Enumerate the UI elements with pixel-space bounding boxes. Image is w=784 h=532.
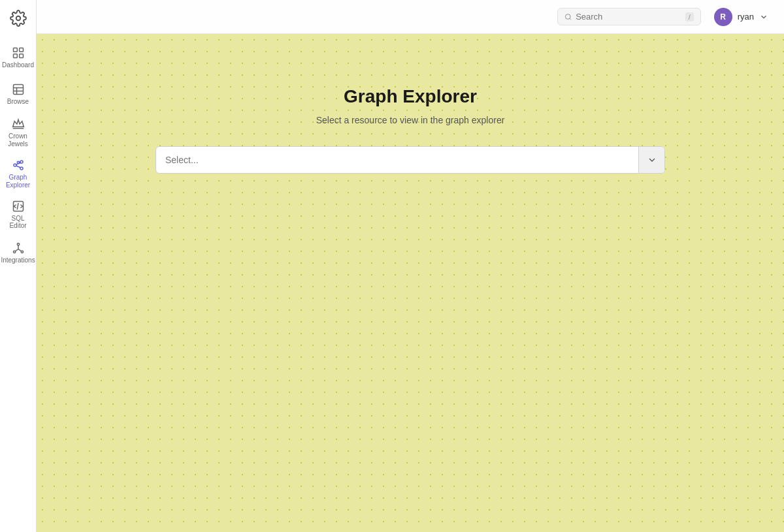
svg-rect-5	[13, 85, 23, 95]
search-input[interactable]	[576, 12, 681, 22]
search-bar[interactable]: /	[557, 8, 701, 25]
sidebar-item-crown-jewels[interactable]: Crown Jewels	[0, 112, 36, 153]
sidebar-item-label: Crown Jewels	[8, 133, 28, 148]
svg-line-24	[18, 249, 22, 251]
svg-point-19	[17, 243, 19, 245]
svg-line-18	[17, 203, 18, 210]
sidebar-item-label: Graph Explorer	[6, 174, 30, 189]
svg-line-14	[16, 163, 20, 164]
svg-line-15	[16, 166, 20, 168]
sql-editor-icon	[12, 200, 25, 213]
sidebar-item-graph-explorer[interactable]: Graph Explorer	[0, 153, 36, 195]
svg-rect-2	[19, 48, 23, 52]
svg-point-11	[20, 161, 22, 163]
browse-icon	[12, 83, 25, 96]
graph-icon	[12, 159, 25, 172]
svg-rect-3	[13, 54, 17, 58]
svg-rect-1	[13, 48, 17, 52]
avatar: R	[714, 8, 732, 26]
search-shortcut: /	[685, 12, 694, 22]
sidebar-item-label: Browse	[7, 98, 29, 105]
gear-icon	[10, 10, 27, 27]
svg-rect-17	[13, 202, 23, 211]
resource-select-dropdown-button[interactable]	[638, 147, 664, 173]
resource-selector[interactable]	[155, 146, 665, 174]
search-icon	[564, 12, 572, 22]
sidebar-item-browse[interactable]: Browse	[0, 76, 36, 112]
main-content: Graph Explorer Select a resource to view…	[37, 34, 784, 532]
svg-line-23	[15, 249, 18, 251]
chevron-down-icon	[759, 12, 768, 22]
svg-rect-4	[19, 54, 23, 58]
svg-point-0	[16, 16, 20, 21]
crown-icon	[12, 117, 25, 131]
sidebar-item-label: Dashboard	[2, 61, 34, 69]
user-menu[interactable]: R ryan	[709, 5, 774, 29]
svg-point-12	[20, 167, 22, 170]
page-title: Graph Explorer	[344, 86, 477, 107]
chevron-down-icon	[647, 155, 657, 165]
sidebar-item-sql-editor[interactable]: SQL Editor	[0, 195, 36, 234]
sidebar-item-integrations[interactable]: Integrations	[0, 234, 36, 271]
settings-logo[interactable]	[5, 5, 31, 31]
sidebar-item-label: Integrations	[1, 257, 35, 264]
svg-point-25	[565, 14, 570, 19]
sidebar-item-label: SQL Editor	[3, 215, 33, 229]
topbar: / R ryan	[37, 0, 784, 34]
integrations-icon	[12, 242, 25, 255]
user-name: ryan	[738, 12, 754, 22]
svg-line-26	[570, 18, 571, 20]
resource-select-input[interactable]	[156, 148, 638, 172]
sidebar-item-dashboard[interactable]: Dashboard	[0, 39, 36, 76]
sidebar: Dashboard Browse Crown Jewels Graph E	[0, 0, 37, 532]
dashboard-icon	[12, 46, 25, 59]
page-subtitle: Select a resource to view in the graph e…	[316, 115, 505, 125]
